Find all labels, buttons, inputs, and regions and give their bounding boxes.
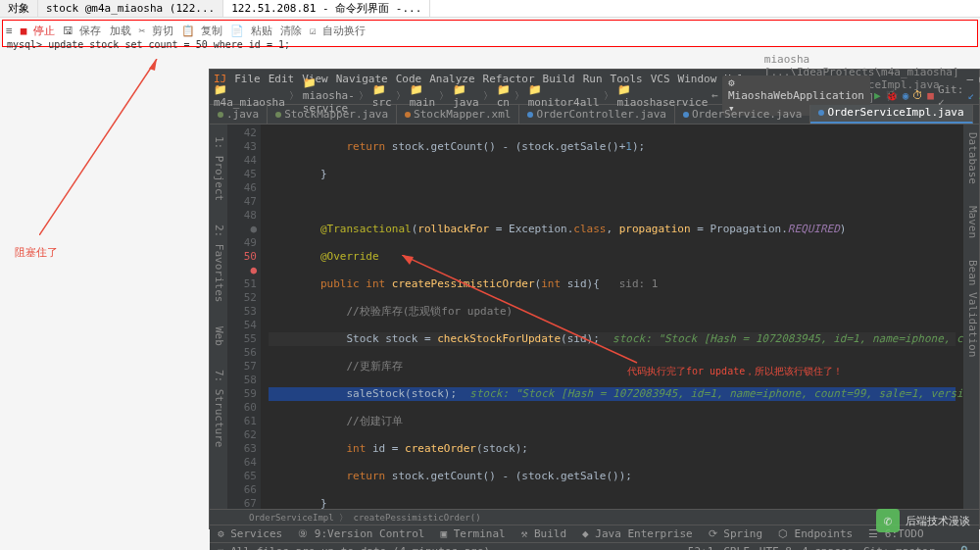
tab-terminal[interactable]: 122.51.208.81 - 命令列界面 -... — [223, 0, 430, 17]
code-breadcrumb[interactable]: OrderServiceImpl 〉 createPessimisticOrde… — [210, 509, 979, 525]
editor-tabs: .java StockMapper.java StockMapper.xml O… — [210, 105, 979, 125]
annotation-blocked: 阻塞住了 — [15, 245, 58, 260]
tool-endpoints[interactable]: ⬡ Endpoints — [778, 527, 853, 540]
tab-stock[interactable]: stock @m4a_miaosha (122... — [38, 0, 223, 17]
status-git[interactable]: Git: master ⌄ — [863, 545, 948, 550]
status-bar: ☑ All files are up-to-date (4 minutes ag… — [210, 542, 979, 550]
ide-nav-breadcrumb: 📁 m4a_miaosha〉 📁 miaosha-service〉 📁 src〉… — [210, 87, 979, 105]
left-tool-strip: 1: Project 2: Favorites Web 7: Structure — [210, 125, 227, 509]
tab-stockmapper[interactable]: StockMapper.java — [268, 105, 397, 124]
tool-versioncontrol[interactable]: ⑨ 9:Version Control — [298, 527, 424, 540]
tool-build[interactable]: ⚒ Build — [521, 527, 566, 540]
editor-area: 1: Project 2: Favorites Web 7: Structure… — [210, 125, 979, 509]
wechat-icon: ✆ — [876, 509, 900, 532]
app-top-tabs: 对象 stock @m4a_miaosha (122... 122.51.208… — [0, 0, 980, 18]
status-message: ☑ All files are up-to-date (4 minutes ag… — [218, 545, 490, 550]
load-button[interactable]: 加载 — [110, 24, 131, 38]
clear-button[interactable]: 清除 — [280, 24, 302, 38]
tool-bean[interactable]: Bean Validation — [963, 260, 979, 357]
coverage-icon[interactable]: ◉ — [903, 89, 909, 102]
lock-icon[interactable]: 🔒 — [957, 545, 971, 550]
back-icon[interactable]: ← — [711, 89, 718, 102]
status-lineending[interactable]: CRLF — [723, 545, 750, 550]
tab-orderservice[interactable]: OrderService.java — [675, 105, 811, 124]
right-tool-strip: Database Maven Bean Validation — [963, 125, 979, 357]
copy-button[interactable]: 📋 复制 — [181, 24, 223, 38]
status-caret[interactable]: 52:1 — [688, 545, 714, 550]
stop-button[interactable]: ■ — [927, 89, 934, 102]
svg-line-0 — [39, 59, 157, 235]
tab-orderserviceimpl[interactable]: OrderServiceImpl.java — [810, 105, 972, 124]
svg-marker-1 — [149, 59, 157, 71]
status-indent[interactable]: 4 spaces — [802, 545, 854, 550]
tool-favorites[interactable]: 2: Favorites — [213, 225, 225, 302]
mysql-prompt: mysql> update stock set count = 50 where… — [5, 39, 975, 50]
tab-stockmapper-xml[interactable]: StockMapper.xml — [397, 105, 519, 124]
cut-button[interactable]: ✂ 剪切 — [139, 24, 173, 38]
mysql-terminal: ≡ ■ 停止 🖫 保存 加载 ✂ 剪切 📋 复制 📄 粘贴 清除 ☑ 自动换行 … — [2, 20, 978, 47]
autowrap-toggle[interactable]: ☑ 自动换行 — [310, 24, 366, 38]
paste-button[interactable]: 📄 粘贴 — [230, 24, 272, 38]
tool-spring[interactable]: ⟳ Spring — [709, 527, 762, 540]
term-menu-icon[interactable]: ≡ — [6, 25, 13, 37]
tab-ordercontroller[interactable]: OrderController.java — [519, 105, 674, 124]
terminal-toolbar: ≡ ■ 停止 🖫 保存 加载 ✂ 剪切 📋 复制 📄 粘贴 清除 ☑ 自动换行 — [5, 23, 975, 39]
tab-object[interactable]: 对象 — [0, 0, 38, 17]
tool-structure[interactable]: 7: Structure — [213, 370, 225, 447]
tool-services[interactable]: ⚙ Services — [218, 527, 282, 540]
annotation-arrow-1 — [39, 59, 167, 235]
tab-reflective[interactable]: ReflectiveMethodInvocation.class — [973, 105, 979, 124]
stop-button[interactable]: ■ 停止 — [21, 24, 55, 38]
debug-button[interactable]: 🐞 — [885, 89, 899, 102]
status-encoding[interactable]: UTF-8 — [760, 545, 792, 550]
tool-maven[interactable]: Maven — [963, 206, 979, 238]
tool-terminal[interactable]: ▣ Terminal — [440, 527, 505, 540]
tab-java[interactable]: .java — [210, 105, 268, 124]
run-button[interactable]: ▶ — [874, 89, 881, 102]
bottom-tool-bar: ⚙ Services ⑨ 9:Version Control ▣ Termina… — [210, 525, 979, 542]
tool-project[interactable]: 1: Project — [213, 136, 225, 201]
line-gutter: 42434445464748 ●4950 ●515253545556575859… — [227, 125, 261, 509]
code-area[interactable]: return stock.getCount() - (stock.getSale… — [261, 125, 963, 509]
save-button[interactable]: 🖫 保存 — [63, 24, 102, 38]
git-pull-icon[interactable]: ↙ — [967, 89, 974, 102]
annotation-lock-note: 代码执行完了for update，所以把该行锁住了！ — [627, 365, 843, 378]
intellij-ide: IJ File Edit View Navigate Code Analyze … — [209, 69, 980, 529]
tool-database[interactable]: Database — [963, 132, 979, 184]
profile-icon[interactable]: ⏱ — [912, 89, 923, 102]
tool-web[interactable]: Web — [213, 326, 225, 346]
watermark: ✆ 后端技术漫谈 — [876, 509, 970, 532]
tool-java-enterprise[interactable]: ◆ Java Enterprise — [582, 527, 693, 540]
